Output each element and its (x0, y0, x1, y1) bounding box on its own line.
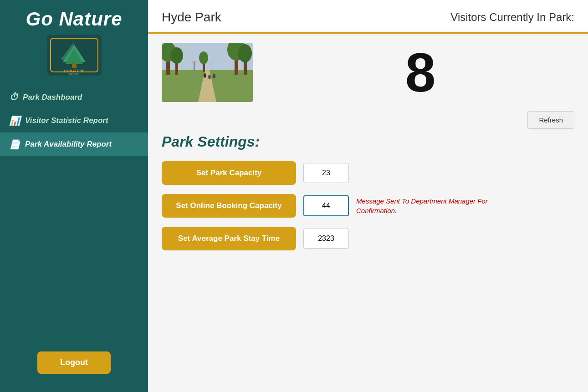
park-settings-title: Park Settings: (162, 133, 574, 150)
park-image (162, 43, 253, 102)
set-avg-stay-button[interactable]: Set Average Park Stay Time (162, 227, 296, 250)
park-capacity-input[interactable] (303, 163, 349, 183)
bar-chart-icon: 📊 (9, 115, 20, 126)
park-name: Hyde Park (162, 10, 221, 25)
document-icon: 📄 (9, 139, 20, 150)
online-booking-input[interactable] (303, 195, 349, 216)
sidebar-item-park-availability-report[interactable]: 📄 Park Availability Report (0, 132, 148, 156)
svg-point-23 (213, 74, 215, 78)
confirm-message: Message Sent To Department Manager For C… (356, 196, 493, 215)
park-header: Hyde Park Visitors Currently In Park: (148, 0, 588, 34)
sidebar-item-park-dashboard[interactable]: ⏱ Park Dashboard (0, 86, 148, 109)
sidebar-item-label: Visitor Statistic Report (25, 116, 108, 125)
svg-text:— EST 2024 —: — EST 2024 — (66, 72, 82, 75)
refresh-button[interactable]: Refresh (527, 111, 574, 129)
app-title: Go Nature (26, 8, 122, 30)
set-online-booking-row: Set Online Booking Capacity Message Sent… (162, 194, 574, 218)
svg-rect-5 (72, 63, 77, 68)
refresh-area: Refresh (162, 111, 574, 129)
svg-point-22 (208, 75, 211, 79)
sidebar-item-label: Park Dashboard (23, 93, 82, 102)
svg-point-14 (170, 47, 183, 64)
visitor-count: 8 (266, 45, 574, 100)
svg-point-21 (204, 73, 206, 78)
set-park-capacity-button[interactable]: Set Park Capacity (162, 161, 296, 185)
park-top-row: 8 (162, 43, 574, 102)
set-online-booking-button[interactable]: Set Online Booking Capacity (162, 194, 296, 218)
sidebar: Go Nature GONATURE — EST 2024 — ⏱ Park D… (0, 0, 148, 392)
set-park-capacity-row: Set Park Capacity (162, 161, 574, 185)
dashboard-icon: ⏱ (9, 92, 18, 102)
app-logo: GONATURE — EST 2024 — (47, 35, 102, 77)
sidebar-nav: ⏱ Park Dashboard 📊 Visitor Statistic Rep… (0, 86, 148, 156)
sidebar-item-label: Park Availability Report (25, 140, 112, 149)
set-avg-stay-row: Set Average Park Stay Time (162, 227, 574, 250)
avg-stay-input[interactable] (303, 229, 349, 249)
main-content: Hyde Park Visitors Currently In Park: (148, 0, 588, 392)
svg-rect-24 (194, 61, 195, 79)
svg-rect-25 (192, 61, 196, 63)
logout-button[interactable]: Logout (37, 351, 111, 374)
visitors-label: Visitors Currently In Park: (450, 11, 574, 24)
sidebar-item-visitor-statistic-report[interactable]: 📊 Visitor Statistic Report (0, 109, 148, 132)
svg-point-20 (199, 51, 208, 64)
park-body: 8 Refresh Park Settings: Set Park Capaci… (148, 34, 588, 269)
svg-point-18 (238, 44, 252, 62)
